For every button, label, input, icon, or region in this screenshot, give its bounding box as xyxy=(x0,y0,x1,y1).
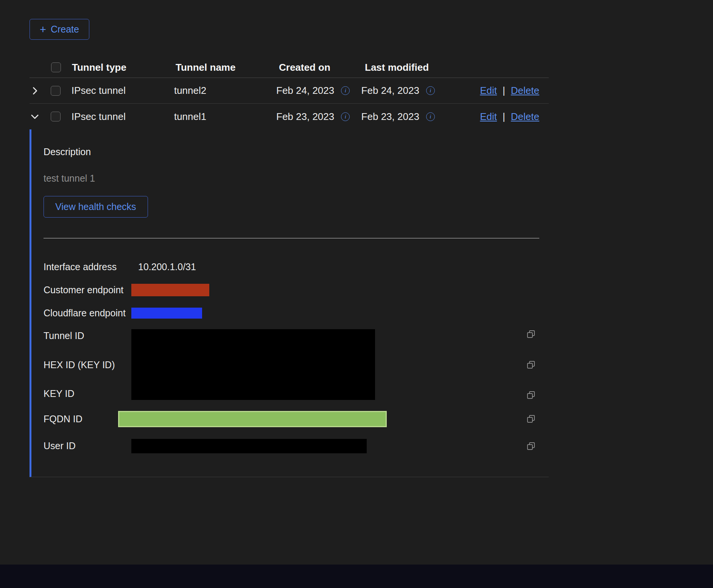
description-value: test tunnel 1 xyxy=(44,173,549,184)
create-button-label: Create xyxy=(51,24,79,35)
copy-icon[interactable] xyxy=(526,390,536,400)
tunnel-detail-panel: Description test tunnel 1 View health ch… xyxy=(30,129,549,477)
interface-address-row: Interface address 10.200.1.0/31 xyxy=(44,255,549,278)
fqdn-id-row: FQDN ID xyxy=(44,405,549,432)
delete-link[interactable]: Delete xyxy=(511,111,539,123)
action-separator: | xyxy=(503,85,505,96)
info-icon[interactable]: i xyxy=(341,86,350,95)
tunnel-id-label: Tunnel ID xyxy=(44,329,131,342)
bottom-window-bar xyxy=(0,565,713,588)
tunnel-ids-row-group: Tunnel ID HEX ID (KEY ID) KEY ID xyxy=(44,329,549,400)
user-id-label: User ID xyxy=(44,440,131,451)
customer-endpoint-row: Customer endpoint xyxy=(44,278,549,302)
create-button[interactable]: + Create xyxy=(30,19,89,40)
section-divider xyxy=(44,238,539,238)
delete-link[interactable]: Delete xyxy=(511,85,539,96)
plus-icon: + xyxy=(40,25,46,34)
customer-endpoint-label: Customer endpoint xyxy=(44,285,131,296)
info-icon[interactable]: i xyxy=(341,112,350,121)
select-all-checkbox[interactable] xyxy=(51,62,61,72)
table-header-row: Tunnel type Tunnel name Created on Last … xyxy=(30,57,549,78)
tunnels-page: + Create Tunnel type Tunnel name Created… xyxy=(30,19,549,477)
interface-address-value: 10.200.1.0/31 xyxy=(138,261,196,272)
view-health-checks-button[interactable]: View health checks xyxy=(44,196,148,218)
cloudflare-endpoint-label: Cloudflare endpoint xyxy=(44,308,131,319)
copy-icon[interactable] xyxy=(526,441,536,451)
created-on-cell: Feb 23, 2023 xyxy=(276,111,334,123)
description-label: Description xyxy=(44,146,549,157)
interface-address-label: Interface address xyxy=(44,261,131,272)
tunnel-type-cell: IPsec tunnel xyxy=(72,111,174,123)
row-checkbox[interactable] xyxy=(51,112,61,121)
tunnels-table: Tunnel type Tunnel name Created on Last … xyxy=(30,57,549,477)
customer-endpoint-redacted-value xyxy=(131,284,209,296)
edit-link[interactable]: Edit xyxy=(480,111,497,123)
table-row: IPsec tunnel tunnel1 Feb 23, 2023 i Feb … xyxy=(30,104,549,129)
copy-icon[interactable] xyxy=(526,329,536,339)
tunnel-ids-redacted-value xyxy=(131,329,375,400)
action-separator: | xyxy=(503,111,505,123)
view-health-checks-label: View health checks xyxy=(55,201,136,212)
info-icon[interactable]: i xyxy=(426,86,435,95)
last-modified-cell: Feb 23, 2023 xyxy=(361,111,419,123)
user-id-row: User ID xyxy=(44,432,549,459)
copy-icon[interactable] xyxy=(526,414,536,424)
fqdn-id-redacted-value xyxy=(118,411,387,427)
copy-icon[interactable] xyxy=(526,360,536,370)
tunnel-name-cell: tunnel2 xyxy=(174,85,276,96)
hex-id-label: HEX ID (KEY ID) xyxy=(44,358,131,371)
cloudflare-endpoint-redacted-value xyxy=(131,308,202,319)
header-last-modified: Last modified xyxy=(365,62,485,73)
chevron-right-icon[interactable] xyxy=(30,86,40,96)
created-on-cell: Feb 24, 2023 xyxy=(276,85,334,96)
chevron-down-icon[interactable] xyxy=(30,111,40,122)
tunnel-name-cell: tunnel1 xyxy=(174,111,276,123)
table-row: IPsec tunnel tunnel2 Feb 24, 2023 i Feb … xyxy=(30,78,549,104)
cloudflare-endpoint-row: Cloudflare endpoint xyxy=(44,302,549,325)
info-icon[interactable]: i xyxy=(426,112,435,121)
last-modified-cell: Feb 24, 2023 xyxy=(361,85,419,96)
tunnel-fields: Interface address 10.200.1.0/31 Customer… xyxy=(44,255,549,459)
header-tunnel-name: Tunnel name xyxy=(176,62,279,73)
key-id-label: KEY ID xyxy=(44,387,131,400)
edit-link[interactable]: Edit xyxy=(480,85,497,96)
tunnel-type-cell: IPsec tunnel xyxy=(72,85,174,96)
row-checkbox[interactable] xyxy=(51,86,61,96)
header-tunnel-type: Tunnel type xyxy=(72,62,176,73)
header-created-on: Created on xyxy=(279,62,365,73)
user-id-redacted-value xyxy=(131,439,367,453)
